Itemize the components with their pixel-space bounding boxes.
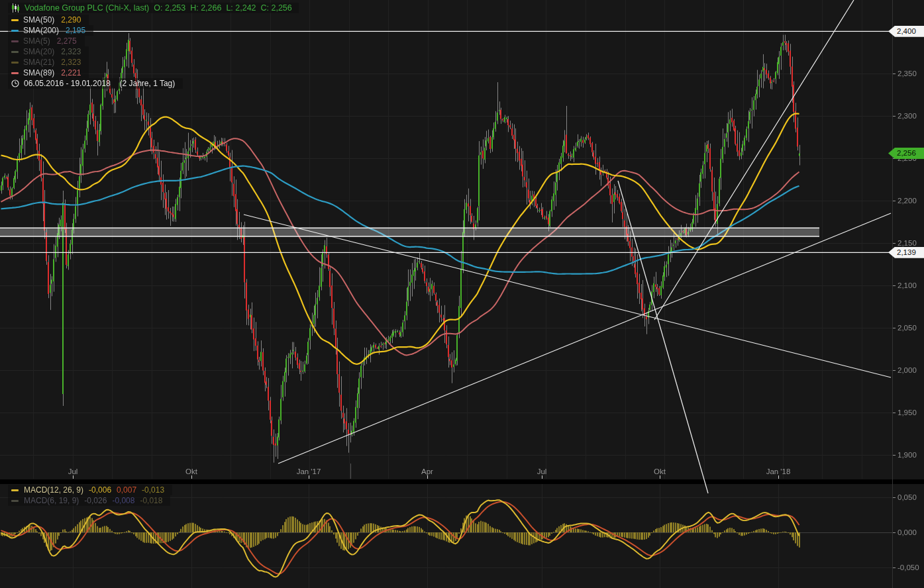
macd-axis-label: -0,050: [898, 564, 919, 571]
indicator-legend: SMA(50) 2,290 SMA(200) 2,195 SMA(5) 2,27…: [8, 15, 183, 89]
sma200-swatch-icon: [11, 30, 19, 32]
ohlc-readout: O: 2,253 H: 2,266 L: 2,242 C: 2,256: [154, 3, 291, 13]
legend-label: SMA(20): [23, 47, 54, 56]
macd-swatch-icon: [11, 489, 19, 491]
price-axis-label: 2,300: [898, 112, 917, 120]
legend-item-sma89[interactable]: SMA(89) 2,221: [8, 68, 89, 78]
sma5-swatch-icon: [11, 40, 19, 42]
price-axis-label: 1,950: [898, 409, 917, 416]
time-axis-label: Okt: [654, 467, 666, 475]
time-axis-label: Jan '18: [766, 467, 791, 475]
time-axis-label: Jul: [537, 467, 547, 475]
sma50-swatch-icon: [11, 19, 19, 21]
legend-value: 2,275: [57, 36, 77, 46]
instrument-header[interactable]: Vodafone Group PLC (Chi-X, last) O: 2,25…: [8, 3, 299, 13]
macd-value: -0,006: [89, 485, 111, 495]
price-axis-label: 2,100: [898, 281, 917, 289]
time-axis-label: Jan '17: [297, 467, 321, 475]
date-range-duration: (2 Jahre, 1 Tag): [115, 79, 176, 88]
legend-item-macd-6-19-9[interactable]: MACD(6, 19, 9) -0,026 -0,008 -0,018: [8, 495, 170, 506]
macd-hist-value: -0,018: [140, 496, 162, 505]
macd-signal-value: 0,007: [117, 485, 136, 495]
sma20-swatch-icon: [11, 51, 19, 53]
legend-label: SMA(89): [23, 68, 54, 77]
price-axis-label: 2,050: [898, 324, 917, 332]
price-level-tag: 2,400: [888, 26, 924, 37]
instrument-title: Vodafone Group PLC (Chi-X, last): [25, 3, 149, 13]
legend-label: MACD(6, 19, 9): [24, 496, 79, 505]
date-range-row[interactable]: 06.05.2016 - 19.01.2018 (2 Jahre, 1 Tag): [8, 78, 183, 89]
price-axis-label: 2,000: [898, 366, 917, 374]
macd-value: -0,026: [84, 496, 107, 505]
legend-label: SMA(50): [23, 15, 54, 24]
sma89-swatch-icon: [11, 72, 19, 74]
legend-value: 2,323: [61, 47, 81, 56]
legend-item-sma20[interactable]: SMA(20) 2,323: [8, 46, 89, 57]
last-price-tag: 2,256: [888, 148, 924, 159]
legend-value: 2,323: [61, 58, 81, 67]
macd-hist-value: -0,013: [142, 485, 164, 495]
legend-item-macd-12-26-9[interactable]: MACD(12, 26, 9) -0,006 0,007 -0,013: [8, 485, 172, 495]
price-level-tag: 2,139: [888, 247, 924, 258]
legend-label: SMA(5): [23, 36, 50, 46]
price-axis-label: 1,900: [898, 451, 917, 459]
candlestick-chart-icon: [11, 3, 20, 13]
macd-axis-label: 0,000: [898, 528, 917, 536]
legend-value: 2,290: [61, 15, 81, 24]
clock-icon: [11, 79, 19, 87]
price-axis-label: 2,350: [898, 70, 917, 77]
legend-item-sma21[interactable]: SMA(21) 2,323: [8, 57, 89, 68]
macd-signal-value: -0,008: [112, 496, 134, 505]
date-range-text: 06.05.2016 - 19.01.2018: [24, 79, 111, 88]
legend-value: 2,195: [66, 26, 85, 35]
macd-swatch-icon: [11, 500, 19, 502]
legend-item-sma200[interactable]: SMA(200) 2,195: [8, 25, 93, 36]
macd-axis-label: 0,050: [898, 493, 917, 501]
legend-value: 2,221: [61, 68, 81, 77]
sma21-swatch-icon: [11, 62, 19, 64]
time-axis-label: Jul: [68, 467, 78, 475]
legend-label: SMA(21): [23, 58, 54, 67]
price-axis-label: 2,200: [898, 197, 917, 205]
price-axis-label: 2,150: [898, 239, 917, 247]
legend-item-sma50[interactable]: SMA(50) 2,290: [8, 15, 89, 25]
legend-label: SMA(200): [23, 26, 59, 35]
time-axis-label: Apr: [421, 467, 433, 475]
legend-label: MACD(12, 26, 9): [24, 485, 83, 495]
legend-item-sma5[interactable]: SMA(5) 2,275: [8, 36, 85, 46]
charting-app-window: Vodafone Group PLC (Chi-X, last) O: 2,25…: [0, 0, 924, 588]
time-axis-label: Okt: [185, 467, 197, 475]
macd-legend: MACD(12, 26, 9) -0,006 0,007 -0,013 MACD…: [8, 485, 172, 506]
